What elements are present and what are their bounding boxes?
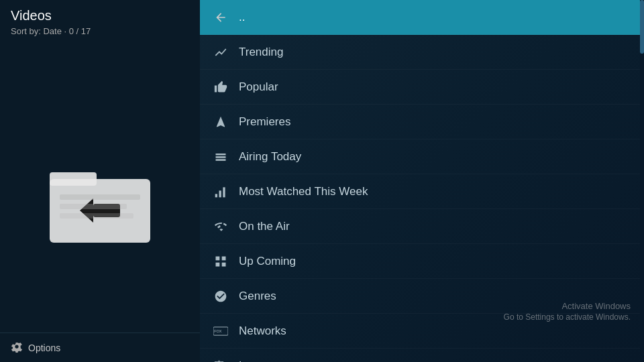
trending-icon <box>213 45 228 60</box>
languages-icon <box>213 359 228 363</box>
menu-item-label-trending: Trending <box>239 46 283 59</box>
svg-rect-7 <box>216 154 226 156</box>
svg-rect-9 <box>216 159 226 161</box>
menu-item-label-up-coming: Up Coming <box>239 255 296 268</box>
svg-rect-8 <box>216 156 226 158</box>
svg-rect-12 <box>223 187 225 197</box>
popular-icon <box>213 80 228 95</box>
svg-rect-5 <box>60 204 127 209</box>
on-air-icon <box>213 219 228 234</box>
networks-icon: FOX <box>213 324 228 339</box>
upcoming-icon <box>213 254 228 269</box>
scrollbar-thumb[interactable] <box>640 0 644 54</box>
activate-windows-subtitle: Go to Settings to activate Windows. <box>504 312 631 322</box>
page-title: Videos <box>11 8 52 23</box>
menu-item-trending[interactable]: Trending <box>200 35 644 70</box>
menu-item-up-coming[interactable]: Up Coming <box>200 244 644 279</box>
menu-item-label-genres: Genres <box>239 290 276 303</box>
airing-icon <box>213 149 228 164</box>
menu-item-label-popular: Popular <box>239 80 278 94</box>
menu-item-label-most-watched: Most Watched This Week <box>239 185 368 198</box>
menu-item-back[interactable]: .. <box>200 0 644 35</box>
menu-item-label-languages: Languages <box>239 359 295 363</box>
menu-item-airing-today[interactable]: Airing Today <box>200 139 644 174</box>
back-icon <box>213 10 228 25</box>
menu-item-label-networks: Networks <box>239 324 286 338</box>
svg-text:FOX: FOX <box>214 329 222 333</box>
menu-item-popular[interactable]: Popular <box>200 70 644 105</box>
svg-rect-16 <box>216 262 220 266</box>
menu-item-most-watched[interactable]: Most Watched This Week <box>200 174 644 209</box>
svg-rect-4 <box>60 194 140 200</box>
svg-rect-11 <box>219 190 221 197</box>
svg-rect-10 <box>215 194 217 197</box>
settings-icon <box>11 341 23 355</box>
svg-rect-13 <box>216 256 220 260</box>
menu-item-languages[interactable]: Languages <box>200 349 644 362</box>
left-panel: Videos Sort by: Date · 0 / 17 <box>0 0 200 362</box>
menu-item-label-on-the-air: On the Air <box>239 220 290 233</box>
options-label: Options <box>28 343 60 353</box>
menu-item-premieres[interactable]: Premieres <box>200 105 644 139</box>
folder-back-icon <box>46 162 154 249</box>
scrollbar-track[interactable] <box>640 0 644 362</box>
menu-item-label-premieres: Premieres <box>239 115 290 129</box>
svg-rect-6 <box>60 213 133 219</box>
most-watched-icon <box>213 184 228 199</box>
activate-windows-title: Activate Windows <box>504 301 631 311</box>
sort-info: Sort by: Date · 0 / 17 <box>11 26 91 36</box>
genres-icon <box>213 289 228 304</box>
menu-item-label-back: .. <box>239 11 245 24</box>
activate-windows-watermark: Activate Windows Go to Settings to activ… <box>504 301 631 322</box>
menu-item-label-airing-today: Airing Today <box>239 150 301 164</box>
svg-rect-1 <box>50 172 97 186</box>
svg-rect-14 <box>222 256 226 260</box>
options-bar[interactable]: Options <box>0 333 200 362</box>
premieres-icon <box>213 115 228 129</box>
svg-rect-15 <box>222 262 226 266</box>
folder-icon-area <box>11 50 189 362</box>
menu-item-on-the-air[interactable]: On the Air <box>200 209 644 244</box>
